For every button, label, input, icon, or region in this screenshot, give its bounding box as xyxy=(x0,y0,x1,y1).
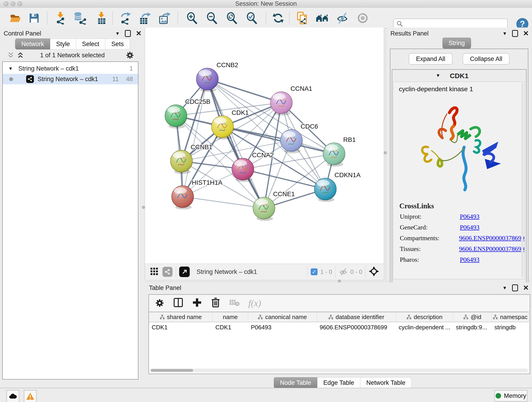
table-cell[interactable]: P06493 xyxy=(248,322,317,332)
refresh-button[interactable] xyxy=(272,12,285,25)
delete-column-button[interactable] xyxy=(211,297,220,309)
tab-node-table[interactable]: Node Table xyxy=(274,377,317,388)
network-canvas[interactable]: CCNB2CCNA1CDC25BCDK1CDC6RB1CCNB1CCNA2CDK… xyxy=(145,27,384,264)
memory-button[interactable]: Memory xyxy=(494,390,527,402)
hide-selected-button[interactable] xyxy=(336,12,349,25)
results-panel-close-button[interactable]: ✕ xyxy=(523,30,529,37)
network-node-CDK1[interactable]: CDK1 xyxy=(211,109,249,140)
node-label: CDC6 xyxy=(301,123,318,130)
network-edge[interactable] xyxy=(183,197,264,208)
search-input[interactable] xyxy=(403,20,505,28)
node-label: CCNB2 xyxy=(216,61,238,69)
memory-home-button[interactable] xyxy=(316,12,329,25)
crosslink-value[interactable]: P06493 xyxy=(460,213,480,220)
column-header-namespac[interactable]: namespac xyxy=(492,312,529,322)
selected-checkbox[interactable]: ✓ xyxy=(311,268,317,275)
zoom-out-button[interactable] xyxy=(206,12,219,25)
scrollbar-thumb[interactable] xyxy=(151,369,193,372)
expand-all-button[interactable]: Expand All xyxy=(409,53,453,65)
column-header-description[interactable]: description xyxy=(396,312,453,322)
create-column-button[interactable] xyxy=(192,298,202,308)
export-network-button[interactable] xyxy=(119,12,133,25)
show-columns-button[interactable] xyxy=(173,298,183,308)
birds-eye-view-button[interactable] xyxy=(369,266,379,277)
control-panel-float-button[interactable] xyxy=(125,30,131,37)
network-selection-summary: 1 of 1 Network selected xyxy=(0,52,145,59)
panel-splitter-handle[interactable] xyxy=(142,206,145,209)
network-graph[interactable]: CCNB2CCNA1CDC25BCDK1CDC6RB1CCNB1CCNA2CDK… xyxy=(145,27,384,264)
export-image-button[interactable] xyxy=(158,12,171,25)
network-node-CDC25B[interactable]: CDC25B xyxy=(165,98,210,128)
control-panel-menu-arrow[interactable]: ▼ xyxy=(115,31,120,36)
network-options-button[interactable] xyxy=(126,51,134,60)
show-all-button[interactable] xyxy=(356,12,369,25)
control-panel-close-button[interactable]: ✕ xyxy=(136,30,142,37)
tab-string[interactable]: String xyxy=(443,38,471,49)
network-node-CDKN1A[interactable]: CDKN1A xyxy=(314,172,361,202)
tab-network[interactable]: Network xyxy=(15,38,50,50)
table-panel-close-button[interactable]: ✕ xyxy=(523,284,529,291)
function-builder-button[interactable]: f(x) xyxy=(248,298,261,308)
table-cell[interactable]: 9606.ENSP00000378699 xyxy=(317,322,396,332)
zoom-fit-button[interactable] xyxy=(225,12,239,25)
network-row[interactable]: String Network – cdk1 11 48 xyxy=(3,74,138,84)
tab-edge-table[interactable]: Edge Table xyxy=(317,377,360,388)
crosslink-value[interactable]: 9606.ENSP00000378699 xyxy=(459,235,525,242)
crosslink-value[interactable]: P06493 xyxy=(460,224,480,231)
table-panel-menu-arrow[interactable]: ▼ xyxy=(502,285,507,291)
table-row[interactable]: CDK1CDK1P064939606.ENSP00000378699cyclin… xyxy=(149,322,529,332)
table-cell[interactable]: stringdb:9... xyxy=(453,322,492,332)
table-cell[interactable]: stringdb xyxy=(492,322,529,332)
new-network-from-selection-button[interactable] xyxy=(296,12,309,25)
results-scrollbar[interactable] xyxy=(521,83,524,278)
column-header-database-identifier[interactable]: database identifier xyxy=(317,312,396,322)
save-session-button[interactable] xyxy=(27,12,41,25)
network-node-CCNB1[interactable]: CCNB1 xyxy=(171,143,212,174)
import-network-file-button[interactable] xyxy=(54,12,67,25)
network-edge[interactable] xyxy=(207,79,281,103)
import-table-button[interactable] xyxy=(95,12,108,25)
import-network-database-button[interactable] xyxy=(73,12,87,25)
tree-expand-arrow[interactable]: ▼ xyxy=(3,66,13,71)
results-panel: Results Panel ▼ ✕ String Expand All Coll… xyxy=(387,27,532,280)
tab-select[interactable]: Select xyxy=(76,38,105,50)
column-header-shared-name[interactable]: shared name xyxy=(149,312,213,322)
toolbar-separator xyxy=(112,12,113,25)
delete-table-button[interactable] xyxy=(229,298,240,307)
crosslink-value[interactable]: P06493 xyxy=(460,256,480,263)
table-cell[interactable]: CDK1 xyxy=(213,322,248,332)
detach-view-button[interactable] xyxy=(179,267,190,277)
network-node-CCNA1[interactable]: CCNA1 xyxy=(270,85,312,115)
network-edge[interactable] xyxy=(207,79,264,208)
zoom-selected-button[interactable] xyxy=(245,12,259,25)
results-panel-menu-arrow[interactable]: ▼ xyxy=(502,31,507,36)
string-view-button[interactable] xyxy=(162,267,172,277)
collapse-all-button[interactable]: Collapse All xyxy=(462,53,510,65)
open-session-button[interactable] xyxy=(9,12,22,25)
network-node-RB1[interactable]: RB1 xyxy=(323,136,355,167)
table-cell[interactable]: cyclin-dependent ... xyxy=(396,322,453,332)
table-horizontal-scrollbar[interactable] xyxy=(150,369,528,372)
vertical-splitter[interactable] xyxy=(384,27,387,280)
divider xyxy=(176,266,176,278)
results-panel-float-button[interactable] xyxy=(512,30,518,37)
warnings-button[interactable] xyxy=(24,390,37,402)
table-panel-float-button[interactable] xyxy=(512,284,518,291)
table-options-button[interactable] xyxy=(155,298,165,308)
cloud-button[interactable] xyxy=(6,390,19,402)
table-cell[interactable]: CDK1 xyxy=(149,322,213,332)
column-header-@id[interactable]: @id xyxy=(453,312,492,322)
column-header-name[interactable]: name xyxy=(213,312,248,322)
zoom-in-button[interactable] xyxy=(186,12,199,25)
network-node-CCNE1[interactable]: CCNE1 xyxy=(253,191,295,221)
export-table-button[interactable] xyxy=(139,12,152,25)
network-collection-row[interactable]: ▼ String Network – cdk1 1 xyxy=(3,63,138,74)
column-header-canonical-name[interactable]: canonical name xyxy=(248,312,317,322)
network-node-HIST1H1A[interactable]: HIST1H1A xyxy=(172,179,222,210)
tab-sets[interactable]: Sets xyxy=(105,38,130,50)
tab-style[interactable]: Style xyxy=(50,38,76,50)
node-count: 11 xyxy=(112,76,119,83)
grid-view-button[interactable] xyxy=(150,267,158,276)
tab-network-table[interactable]: Network Table xyxy=(360,377,412,388)
crosslink-value[interactable]: 9606.ENSP00000378699 xyxy=(459,245,525,253)
